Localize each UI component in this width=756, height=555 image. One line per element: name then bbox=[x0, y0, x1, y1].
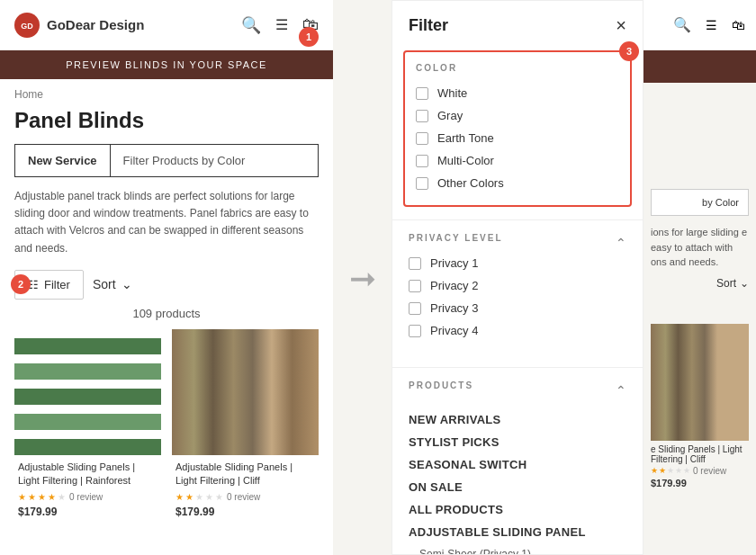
preview-banner: PREVIEW BLINDS IN YOUR SPACE bbox=[0, 50, 333, 79]
privacy-label-1: Privacy 1 bbox=[430, 256, 478, 270]
right-product-image bbox=[651, 324, 749, 441]
product-card[interactable]: Adjustable Sliding Panels | Light Filter… bbox=[14, 329, 161, 524]
filter-panel: Filter × 3 COLOR White Gray Earth Tone M… bbox=[392, 0, 644, 555]
privacy-filter-1[interactable]: Privacy 1 bbox=[409, 252, 626, 274]
search-icon[interactable]: 🔍 bbox=[241, 15, 261, 35]
product-image-1 bbox=[14, 329, 161, 455]
product-grid: Adjustable Sliding Panels | Light Filter… bbox=[0, 329, 333, 524]
privacy-filter-2[interactable]: Privacy 2 bbox=[409, 274, 626, 297]
color-section: 3 COLOR White Gray Earth Tone Multi-Colo… bbox=[403, 50, 632, 207]
annotation-badge-2: 2 bbox=[11, 274, 31, 294]
product-price-1: $179.99 bbox=[14, 504, 161, 524]
color-filter-gray[interactable]: Gray bbox=[416, 104, 619, 127]
filter-products-button[interactable]: New Service Filter Products by Color bbox=[14, 144, 319, 177]
new-service-label: New Service bbox=[15, 145, 111, 176]
product-name-2: Adjustable Sliding Panels | Light Filter… bbox=[172, 455, 319, 490]
menu-icon-right[interactable]: ☰ bbox=[706, 18, 717, 32]
checkbox-earth[interactable] bbox=[416, 132, 428, 145]
color-filter-multi[interactable]: Multi-Color bbox=[416, 149, 619, 172]
color-filter-earth[interactable]: Earth Tone bbox=[416, 127, 619, 149]
product-stars-1: ★★★★★ 0 review bbox=[14, 490, 161, 504]
privacy-filter-4[interactable]: Privacy 4 bbox=[409, 319, 626, 342]
right-product-name: e Sliding Panels | Light Filtering | Cli… bbox=[651, 444, 749, 464]
cart-icon-right[interactable]: 🛍 bbox=[732, 17, 745, 32]
page-title: Panel Blinds bbox=[0, 104, 333, 144]
menu-icon[interactable]: ☰ bbox=[275, 16, 288, 33]
left-panel: GD GoDear Design 🔍 ☰ 🛍 1 PREVIEW BLINDS … bbox=[0, 0, 333, 555]
chevron-down-icon: ⌄ bbox=[122, 277, 132, 291]
right-stars: ★ ★ ★ ★ ★ 0 review bbox=[651, 466, 749, 476]
arrow-divider: ➞ bbox=[333, 261, 392, 297]
privacy-filter-3[interactable]: Privacy 3 bbox=[409, 297, 626, 319]
right-filter-by-color[interactable]: by Color bbox=[651, 189, 749, 216]
color-filter-white[interactable]: White bbox=[416, 82, 619, 104]
filter-sort-bar: 2 ☷ Filter Sort ⌄ bbox=[0, 270, 333, 307]
privacy-section-title: PRIVACY LEVEL bbox=[409, 233, 503, 243]
chevron-up-icon: ⌃ bbox=[616, 236, 626, 250]
product-stars-2: ★★★★★ 0 review bbox=[172, 490, 319, 504]
logo: GD GoDear Design bbox=[14, 13, 144, 38]
checkbox-privacy3[interactable] bbox=[409, 302, 421, 315]
sort-button[interactable]: Sort ⌄ bbox=[93, 277, 132, 291]
privacy-section-header[interactable]: PRIVACY LEVEL ⌃ bbox=[409, 233, 626, 252]
products-section-title: PRODUCTS bbox=[409, 380, 473, 390]
products-filter-new-arrivals[interactable]: NEW ARRIVALS bbox=[409, 408, 626, 431]
products-filter-on-sale[interactable]: ON SALE bbox=[409, 476, 626, 498]
checkbox-white[interactable] bbox=[416, 87, 428, 100]
checkbox-multi[interactable] bbox=[416, 155, 428, 167]
search-icon-right[interactable]: 🔍 bbox=[673, 16, 691, 33]
right-sort-button[interactable]: Sort ⌄ bbox=[651, 270, 749, 297]
filter-by-color-label: Filter Products by Color bbox=[111, 145, 258, 176]
product-price-2: $179.99 bbox=[172, 504, 319, 524]
color-label-gray: Gray bbox=[437, 109, 463, 122]
product-image-2 bbox=[172, 329, 319, 455]
right-banner-partial bbox=[644, 50, 756, 83]
breadcrumb: Home bbox=[0, 79, 333, 104]
privacy-label-2: Privacy 2 bbox=[430, 279, 478, 292]
right-content: by Color ions for large sliding e easy t… bbox=[644, 83, 756, 496]
color-section-title: COLOR bbox=[416, 63, 619, 73]
right-header-partial: 🔍 ☰ 🛍 bbox=[644, 0, 756, 50]
chevron-up-icon-products: ⌃ bbox=[616, 383, 626, 398]
checkbox-privacy2[interactable] bbox=[409, 280, 421, 292]
close-filter-button[interactable]: × bbox=[616, 15, 626, 36]
color-label-multi: Multi-Color bbox=[437, 154, 494, 167]
panel-description: Adjustable panel track blinds are perfec… bbox=[0, 188, 333, 270]
annotation-badge-1: 1 bbox=[299, 27, 319, 47]
arrow-right-icon: ➞ bbox=[349, 260, 376, 298]
products-section: PRODUCTS ⌃ NEW ARRIVALS STYLIST PICKS SE… bbox=[392, 368, 643, 555]
right-panel-partial: 🔍 ☰ 🛍 by Color ions for large sliding e … bbox=[644, 0, 756, 555]
color-label-earth: Earth Tone bbox=[437, 131, 494, 145]
products-filter-adjustable[interactable]: ADJUSTABLE SLIDING PANEL bbox=[409, 521, 626, 543]
checkbox-gray[interactable] bbox=[416, 110, 428, 122]
checkbox-privacy4[interactable] bbox=[409, 325, 421, 337]
products-count: 109 products bbox=[0, 307, 333, 329]
filter-panel-header: Filter × bbox=[392, 1, 643, 50]
checkbox-privacy1[interactable] bbox=[409, 257, 421, 270]
products-section-header[interactable]: PRODUCTS ⌃ bbox=[409, 368, 626, 408]
annotation-badge-3: 3 bbox=[619, 41, 639, 61]
color-label-white: White bbox=[437, 86, 467, 100]
logo-text: GoDear Design bbox=[47, 17, 144, 32]
logo-icon: GD bbox=[14, 13, 40, 38]
right-description-partial: ions for large sliding e easy to attach … bbox=[651, 225, 749, 270]
privacy-label-3: Privacy 3 bbox=[430, 301, 478, 315]
privacy-label-4: Privacy 4 bbox=[430, 324, 478, 337]
filter-panel-title: Filter bbox=[409, 16, 448, 35]
products-filter-semi-sheer[interactable]: Semi-Sheer (Privacy 1) bbox=[409, 543, 626, 555]
product-name-1: Adjustable Sliding Panels | Light Filter… bbox=[14, 455, 161, 490]
privacy-section: PRIVACY LEVEL ⌃ Privacy 1 Privacy 2 Priv… bbox=[392, 220, 643, 354]
color-label-other: Other Colors bbox=[437, 176, 504, 190]
color-filter-other[interactable]: Other Colors bbox=[416, 172, 619, 194]
right-price: $179.99 bbox=[651, 478, 749, 488]
checkbox-other[interactable] bbox=[416, 177, 428, 190]
chevron-down-icon-right: ⌄ bbox=[740, 277, 749, 290]
products-filter-all[interactable]: ALL PRODUCTS bbox=[409, 498, 626, 521]
products-filter-stylist[interactable]: STYLIST PICKS bbox=[409, 431, 626, 453]
header: GD GoDear Design 🔍 ☰ 🛍 bbox=[0, 0, 333, 50]
products-filter-seasonal[interactable]: SEASONAL SWITCH bbox=[409, 453, 626, 476]
svg-text:GD: GD bbox=[21, 22, 33, 31]
product-card[interactable]: Adjustable Sliding Panels | Light Filter… bbox=[172, 329, 319, 524]
